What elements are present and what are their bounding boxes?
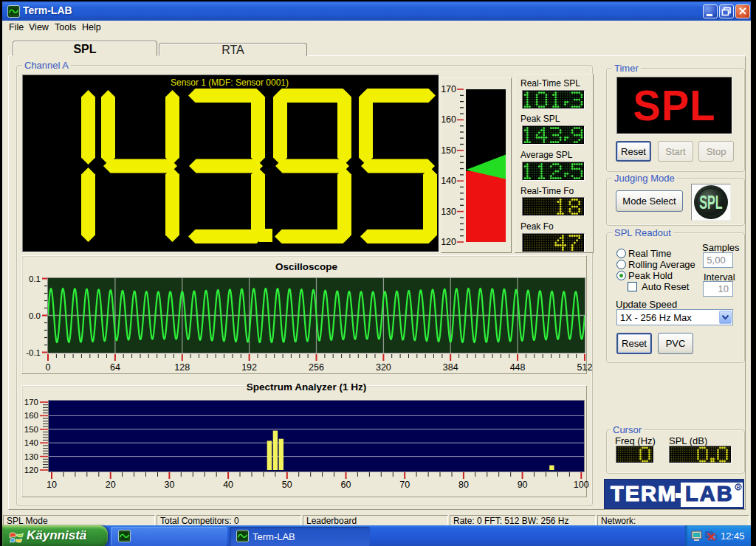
svg-text:0.0: 0.0 [29, 311, 41, 320]
svg-text:80: 80 [458, 480, 469, 490]
svg-text:0.1: 0.1 [29, 274, 41, 283]
svg-text:130: 130 [441, 207, 456, 217]
svg-text:160: 160 [24, 411, 38, 420]
svg-text:30: 30 [164, 480, 174, 490]
svg-text:170: 170 [441, 84, 456, 94]
svg-text:64: 64 [110, 362, 120, 373]
svg-text:10: 10 [47, 480, 57, 490]
svg-text:150: 150 [24, 425, 38, 434]
svg-text:20: 20 [106, 480, 116, 490]
svg-text:384: 384 [443, 362, 458, 373]
svg-text:50: 50 [282, 480, 292, 490]
svg-text:150: 150 [441, 145, 456, 156]
svg-text:140: 140 [441, 176, 456, 186]
svg-text:512: 512 [577, 362, 593, 373]
svg-text:70: 70 [399, 480, 410, 490]
svg-text:192: 192 [241, 362, 257, 373]
svg-text:256: 256 [309, 362, 324, 373]
svg-text:SPL: SPL [699, 191, 722, 213]
svg-text:130: 130 [24, 452, 38, 461]
svg-text:R: R [737, 485, 740, 490]
svg-text:90: 90 [518, 480, 528, 490]
svg-text:60: 60 [341, 480, 351, 490]
svg-text:448: 448 [510, 362, 526, 373]
svg-text:40: 40 [223, 480, 233, 490]
svg-text:100: 100 [574, 480, 589, 490]
svg-text:140: 140 [24, 438, 38, 447]
svg-text:Sensor 1 (MDF: Sensor 0001): Sensor 1 (MDF: Sensor 0001) [171, 77, 289, 88]
svg-text:128: 128 [174, 362, 190, 373]
svg-text:120: 120 [441, 237, 456, 247]
svg-text:320: 320 [376, 362, 391, 373]
svg-text:160: 160 [441, 114, 456, 125]
svg-text:170: 170 [24, 398, 38, 407]
svg-text:0: 0 [46, 362, 51, 373]
